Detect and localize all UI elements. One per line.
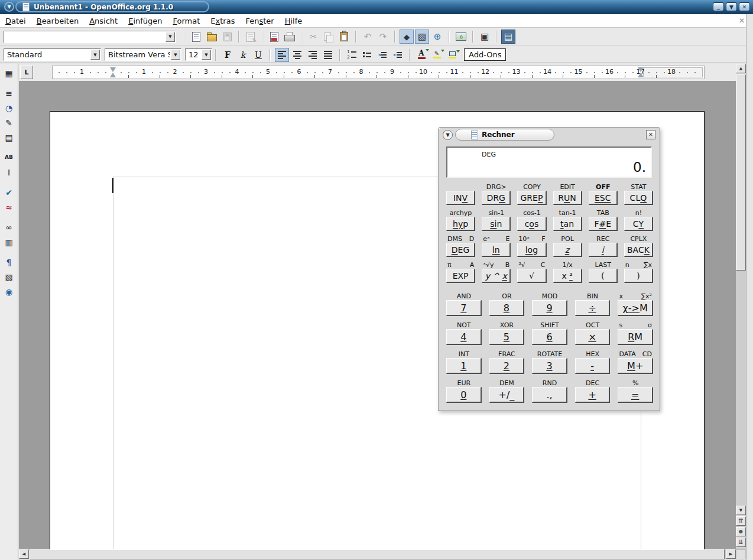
calc-key-sign[interactable]: +/_: [489, 387, 525, 403]
data-sources-icon[interactable]: ▥: [1, 235, 17, 249]
copy-icon[interactable]: [322, 30, 336, 44]
calc-key-run[interactable]: RUN: [553, 191, 582, 205]
calc-key-hyp[interactable]: hyp: [446, 217, 475, 231]
calc-key-5[interactable]: 5: [489, 329, 525, 345]
align-right-button[interactable]: [306, 48, 320, 62]
save-icon[interactable]: [220, 30, 234, 44]
close-document-icon[interactable]: ✕: [739, 17, 745, 25]
open-icon[interactable]: [205, 30, 219, 44]
url-combo[interactable]: ▼: [4, 31, 176, 43]
calc-key-clq[interactable]: CLQ: [624, 191, 653, 205]
calc-key-equals[interactable]: =: [618, 387, 653, 403]
calculator-window-menu-button[interactable]: ▼: [443, 130, 453, 140]
menu-ansicht[interactable]: Ansicht: [84, 15, 123, 27]
menu-extras[interactable]: Extras: [205, 15, 240, 27]
print-icon[interactable]: [283, 30, 297, 44]
addons-button[interactable]: Add-Ons: [464, 48, 506, 61]
spellcheck-icon[interactable]: ✔: [1, 185, 17, 199]
font-size-combo[interactable]: 12 ▼: [185, 48, 212, 61]
nonprinting-chars-icon[interactable]: ¶: [1, 255, 17, 269]
minimize-button[interactable]: _: [713, 2, 724, 11]
calc-key-minus[interactable]: -: [575, 358, 611, 374]
insert-object-icon[interactable]: ◔: [1, 101, 17, 115]
scroll-right-icon[interactable]: ▶: [726, 549, 736, 559]
url-combo-dropdown[interactable]: ▼: [165, 32, 175, 42]
calc-key-6[interactable]: 6: [532, 329, 567, 345]
next-page-icon[interactable]: ⇊: [736, 538, 746, 547]
calc-key-tan[interactable]: tan: [553, 217, 582, 231]
size-combo-dropdown[interactable]: ▼: [202, 50, 211, 60]
ruler-right-indent-marker[interactable]: [638, 67, 644, 77]
font-color-button[interactable]: A: [414, 48, 429, 62]
pdf-export-icon[interactable]: [267, 30, 281, 44]
direct-cursor-icon[interactable]: I: [1, 165, 17, 179]
menu-fenster[interactable]: Fenster: [240, 15, 279, 27]
calc-key-divide[interactable]: ÷: [575, 300, 611, 316]
calc-key-fe[interactable]: F#E: [589, 217, 618, 231]
horizontal-scrollbar-thumb[interactable]: [30, 549, 725, 559]
calc-key-rm[interactable]: RM: [618, 329, 653, 345]
hyperlink-icon[interactable]: ⊕: [430, 30, 444, 44]
autospellcheck-icon[interactable]: ≈: [1, 200, 17, 214]
calc-key-inv[interactable]: INV: [446, 191, 475, 205]
align-left-button[interactable]: [275, 48, 289, 62]
calc-key-8[interactable]: 8: [489, 300, 525, 316]
style-combo-dropdown[interactable]: ▼: [90, 50, 100, 60]
calc-key-deg[interactable]: DEG: [446, 243, 475, 257]
undo-icon[interactable]: ↶: [361, 30, 375, 44]
vertical-scrollbar-thumb[interactable]: [736, 74, 746, 271]
calc-key-grep[interactable]: GREP: [517, 191, 546, 205]
paste-icon[interactable]: [337, 30, 351, 44]
edit-file-icon[interactable]: [244, 30, 258, 44]
navigation-dot-icon[interactable]: ●: [736, 527, 746, 536]
draw-functions-icon[interactable]: ✎: [1, 116, 17, 129]
gallery-icon[interactable]: ⌂: [454, 30, 468, 44]
calc-key-sin[interactable]: sin: [482, 217, 511, 231]
calc-key-exp[interactable]: EXP: [446, 269, 475, 283]
menu-einfuegen[interactable]: Einfügen: [123, 15, 167, 27]
calc-key-m-plus[interactable]: M+: [618, 358, 653, 374]
calc-key-plus[interactable]: +: [575, 387, 611, 403]
calc-key-log[interactable]: log: [517, 243, 546, 257]
italic-button[interactable]: k: [236, 48, 250, 62]
bold-button[interactable]: F: [220, 48, 235, 62]
horizontal-ruler[interactable]: 1123456789101112131415161718: [52, 66, 705, 79]
decrease-indent-button[interactable]: ◂: [375, 48, 390, 62]
calc-key-sqrt[interactable]: √: [517, 269, 546, 283]
calc-key-esc[interactable]: ESC: [589, 191, 618, 205]
calc-key-open-paren[interactable]: (: [589, 269, 618, 283]
calc-key-decimal[interactable]: .,: [532, 387, 567, 403]
maximize-button[interactable]: ▼: [726, 2, 737, 11]
menu-datei[interactable]: Datei: [0, 15, 31, 27]
calc-key-9[interactable]: 9: [532, 300, 567, 316]
bullet-list-button[interactable]: [360, 48, 374, 62]
numbered-list-button[interactable]: 12: [345, 48, 359, 62]
previous-page-icon[interactable]: ⇈: [736, 516, 746, 526]
scroll-down-icon[interactable]: ▼: [736, 506, 746, 515]
menu-bearbeiten[interactable]: Bearbeiten: [31, 15, 84, 27]
menu-format[interactable]: Format: [168, 15, 206, 27]
calc-key-0[interactable]: 0: [446, 387, 482, 403]
background-color-button[interactable]: [445, 48, 459, 62]
images-onoff-icon[interactable]: ▧: [1, 270, 17, 284]
underline-button[interactable]: U: [251, 48, 265, 62]
calc-key-1[interactable]: 1: [446, 358, 482, 374]
font-combo-dropdown[interactable]: ▼: [171, 50, 180, 60]
window-menu-button[interactable]: ▼: [4, 2, 14, 12]
scroll-up-icon[interactable]: ▲: [736, 64, 746, 73]
online-layout-icon[interactable]: ◉: [1, 285, 17, 298]
vertical-scrollbar[interactable]: ▲ ▼ ⇈ ● ⇊: [736, 64, 746, 549]
align-justify-button[interactable]: [321, 48, 335, 62]
calc-key-cy[interactable]: CY: [624, 217, 653, 231]
autotext-icon[interactable]: AB: [1, 151, 17, 164]
calc-key-ln[interactable]: ln: [482, 243, 511, 257]
calc-key-i[interactable]: i: [589, 243, 618, 257]
calc-key-cos[interactable]: cos: [517, 217, 546, 231]
calc-key-3[interactable]: 3: [532, 358, 567, 374]
paragraph-style-combo[interactable]: Standard ▼: [4, 48, 101, 61]
calc-key-4[interactable]: 4: [446, 329, 482, 345]
imagemap-icon[interactable]: ▣: [478, 30, 492, 44]
calc-key-store[interactable]: χ->M: [618, 300, 653, 316]
insert-table-icon[interactable]: ▦: [1, 66, 17, 80]
calc-key-7[interactable]: 7: [446, 300, 482, 316]
